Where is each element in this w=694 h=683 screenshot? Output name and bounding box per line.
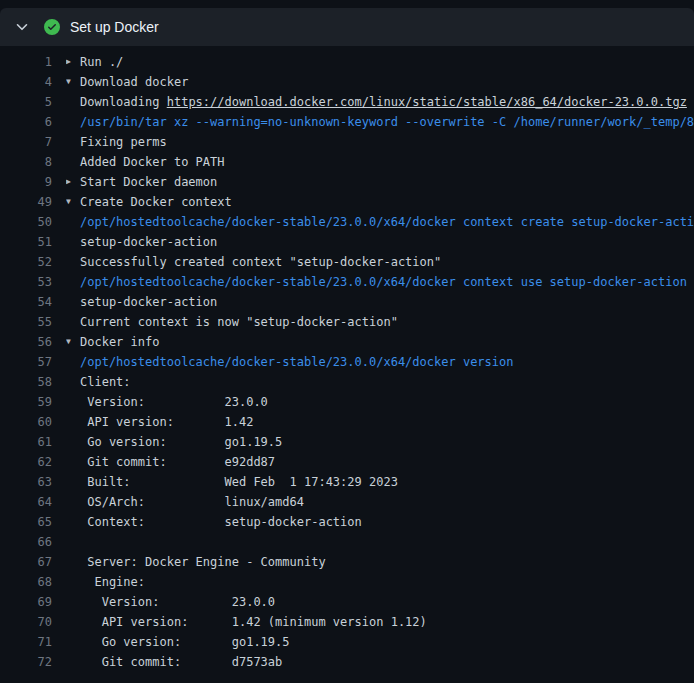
line-number[interactable]: 71: [0, 632, 52, 652]
line-number[interactable]: 53: [0, 272, 52, 292]
line-number[interactable]: 1: [0, 52, 52, 72]
line-content: /opt/hostedtoolcache/docker-stable/23.0.…: [66, 212, 694, 232]
log-line: 68 Engine:: [0, 572, 694, 592]
log-text: Added Docker to PATH: [80, 152, 225, 172]
log-line: 49▼Create Docker context: [0, 192, 694, 212]
log-text: Context: setup-docker-action: [80, 512, 362, 532]
line-content: Version: 23.0.0: [66, 392, 694, 412]
log-line: 4▼Download docker: [0, 72, 694, 92]
log-text: setup-docker-action: [80, 232, 217, 252]
log-text: Fixing perms: [80, 132, 167, 152]
line-number[interactable]: 49: [0, 192, 52, 212]
log-line: 55Current context is now "setup-docker-a…: [0, 312, 694, 332]
line-number[interactable]: 50: [0, 212, 52, 232]
line-number[interactable]: 64: [0, 492, 52, 512]
log-line: 52Successfully created context "setup-do…: [0, 252, 694, 272]
line-number[interactable]: 66: [0, 532, 52, 552]
log-text: Downloading: [80, 92, 167, 112]
log-line: 67 Server: Docker Engine - Community: [0, 552, 694, 572]
line-number[interactable]: 65: [0, 512, 52, 532]
group-expanded-icon[interactable]: ▼: [66, 192, 80, 212]
line-number[interactable]: 68: [0, 572, 52, 592]
line-content: Successfully created context "setup-dock…: [66, 252, 694, 272]
log-text: Run ./: [80, 52, 123, 72]
line-content: ▶Start Docker daemon: [66, 172, 694, 192]
chevron-down-icon[interactable]: [14, 19, 30, 35]
line-number[interactable]: 8: [0, 152, 52, 172]
line-number[interactable]: 56: [0, 332, 52, 352]
log-text: Docker info: [80, 332, 159, 352]
log-line: 1▶Run ./: [0, 52, 694, 72]
log-text: setup-docker-action: [80, 292, 217, 312]
log-line: 56▼Docker info: [0, 332, 694, 352]
line-number[interactable]: 54: [0, 292, 52, 312]
log-line: 54setup-docker-action: [0, 292, 694, 312]
success-check-icon: [44, 19, 60, 35]
log-line: 50/opt/hostedtoolcache/docker-stable/23.…: [0, 212, 694, 232]
line-content: Built: Wed Feb 1 17:43:29 2023: [66, 472, 694, 492]
log-line: 66: [0, 532, 694, 552]
log-text: Go version: go1.19.5: [80, 632, 290, 652]
line-number[interactable]: 72: [0, 652, 52, 672]
line-content: Git commit: d7573ab: [66, 652, 694, 672]
log-line: 60 API version: 1.42: [0, 412, 694, 432]
log-line: 70 API version: 1.42 (minimum version 1.…: [0, 612, 694, 632]
log-text: Current context is now "setup-docker-act…: [80, 312, 398, 332]
log-text: Version: 23.0.0: [80, 392, 268, 412]
line-content: Version: 23.0.0: [66, 592, 694, 612]
log-text: Engine:: [80, 572, 145, 592]
line-number[interactable]: 4: [0, 72, 52, 92]
group-collapsed-icon[interactable]: ▶: [66, 52, 80, 72]
log-line: 8Added Docker to PATH: [0, 152, 694, 172]
line-number[interactable]: 69: [0, 592, 52, 612]
line-number[interactable]: 52: [0, 252, 52, 272]
log-line: 72 Git commit: d7573ab: [0, 652, 694, 672]
line-number[interactable]: 63: [0, 472, 52, 492]
line-number[interactable]: 58: [0, 372, 52, 392]
line-number[interactable]: 9: [0, 172, 52, 192]
log-command-text: /opt/hostedtoolcache/docker-stable/23.0.…: [80, 272, 687, 292]
step-header[interactable]: Set up Docker: [0, 8, 694, 46]
line-number[interactable]: 51: [0, 232, 52, 252]
line-content: OS/Arch: linux/amd64: [66, 492, 694, 512]
line-number[interactable]: 7: [0, 132, 52, 152]
line-number[interactable]: 61: [0, 432, 52, 452]
log-text: Download docker: [80, 72, 188, 92]
log-line: 71 Go version: go1.19.5: [0, 632, 694, 652]
line-content: Fixing perms: [66, 132, 694, 152]
group-expanded-icon[interactable]: ▼: [66, 332, 80, 352]
log-line: 7Fixing perms: [0, 132, 694, 152]
line-content: ▼Create Docker context: [66, 192, 694, 212]
line-content: API version: 1.42: [66, 412, 694, 432]
log-line: 58Client:: [0, 372, 694, 392]
log-text: API version: 1.42: [80, 412, 253, 432]
line-number[interactable]: 57: [0, 352, 52, 372]
line-number[interactable]: 70: [0, 612, 52, 632]
log-text: Built: Wed Feb 1 17:43:29 2023: [80, 472, 398, 492]
line-content: ▼Docker info: [66, 332, 694, 352]
line-number[interactable]: 55: [0, 312, 52, 332]
line-number[interactable]: 62: [0, 452, 52, 472]
line-number[interactable]: 5: [0, 92, 52, 112]
log-line: 59 Version: 23.0.0: [0, 392, 694, 412]
log-line: 5Downloading https://download.docker.com…: [0, 92, 694, 112]
log-text: Server: Docker Engine - Community: [80, 552, 326, 572]
log-link[interactable]: https://download.docker.com/linux/static…: [167, 92, 687, 112]
log-text: Git commit: e92dd87: [80, 452, 275, 472]
line-content: setup-docker-action: [66, 232, 694, 252]
line-number[interactable]: 67: [0, 552, 52, 572]
line-number[interactable]: 60: [0, 412, 52, 432]
line-content: API version: 1.42 (minimum version 1.12): [66, 612, 694, 632]
log-text: Client:: [80, 372, 131, 392]
line-number[interactable]: 59: [0, 392, 52, 412]
log-line: 51setup-docker-action: [0, 232, 694, 252]
log-command-text: /opt/hostedtoolcache/docker-stable/23.0.…: [80, 212, 694, 232]
line-content: Git commit: e92dd87: [66, 452, 694, 472]
group-expanded-icon[interactable]: ▼: [66, 72, 80, 92]
group-collapsed-icon[interactable]: ▶: [66, 172, 80, 192]
log-container: 1▶Run ./4▼Download docker5Downloading ht…: [0, 46, 694, 672]
line-content: Current context is now "setup-docker-act…: [66, 312, 694, 332]
line-number[interactable]: 6: [0, 112, 52, 132]
actions-log-panel: Set up Docker 1▶Run ./4▼Download docker5…: [0, 8, 694, 683]
log-line: 6/usr/bin/tar xz --warning=no-unknown-ke…: [0, 112, 694, 132]
